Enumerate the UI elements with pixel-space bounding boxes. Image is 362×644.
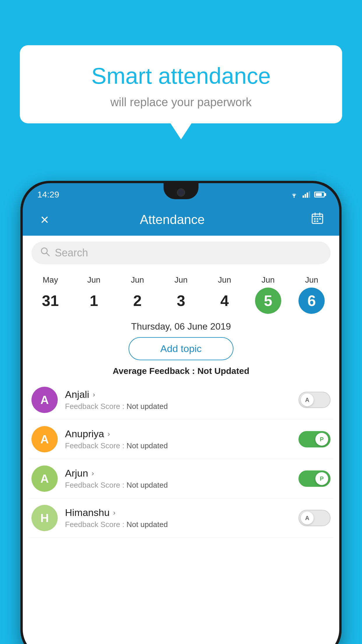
student-chevron: › <box>92 469 94 477</box>
day-number[interactable]: 1 <box>81 288 107 314</box>
svg-rect-13 <box>317 220 318 222</box>
app-header: × Attendance <box>23 204 339 236</box>
svg-rect-12 <box>314 220 316 222</box>
day-number[interactable]: 2 <box>124 288 151 314</box>
signal-icon <box>303 191 310 198</box>
toggle-knob: P <box>315 433 328 446</box>
student-item[interactable]: AArjun ›Feedback Score : Not updatedP <box>29 459 333 498</box>
search-input-placeholder[interactable]: Search <box>55 247 88 259</box>
student-name: Arjun › <box>65 468 291 479</box>
svg-rect-9 <box>314 218 316 220</box>
svg-rect-2 <box>305 194 306 198</box>
avg-feedback-label: Average Feedback : <box>113 366 195 376</box>
student-item[interactable]: HHimanshu ›Feedback Score : Not updatedA <box>29 498 333 538</box>
add-topic-button[interactable]: Add topic <box>129 337 233 360</box>
day-column[interactable]: Jun5 <box>255 275 281 314</box>
day-month-label: Jun <box>87 275 101 285</box>
avg-feedback-value: Not Updated <box>197 366 249 376</box>
student-info: Anjali ›Feedback Score : Not updated <box>65 389 291 411</box>
calendar-strip: May31Jun1Jun2Jun3Jun4Jun5Jun6 <box>23 270 339 314</box>
student-name: Anupriya › <box>65 428 291 440</box>
toggle-knob: A <box>301 512 314 524</box>
attendance-toggle-container[interactable]: A <box>298 510 331 526</box>
svg-line-15 <box>46 253 49 256</box>
student-name: Anjali › <box>65 389 291 400</box>
day-column[interactable]: Jun4 <box>211 275 238 314</box>
day-month-label: May <box>43 275 58 285</box>
phone-frame: 14:29 <box>20 181 342 644</box>
day-column[interactable]: Jun3 <box>168 275 194 314</box>
svg-point-0 <box>294 197 295 198</box>
student-feedback-score: Feedback Score : Not updated <box>65 520 291 529</box>
attendance-toggle[interactable]: A <box>298 392 331 408</box>
day-number[interactable]: 31 <box>37 288 64 314</box>
attendance-toggle-container[interactable]: A <box>298 392 331 408</box>
student-list: AAnjali ›Feedback Score : Not updatedAAA… <box>23 380 339 538</box>
student-chevron: › <box>93 391 95 399</box>
student-feedback-score: Feedback Score : Not updated <box>65 402 291 411</box>
day-month-label: Jun <box>218 275 231 285</box>
selected-date-display: Thursday, 06 June 2019 <box>23 314 339 337</box>
status-icons <box>290 191 325 198</box>
student-avatar: A <box>31 466 58 492</box>
calendar-icon[interactable] <box>309 212 326 228</box>
avg-feedback: Average Feedback : Not Updated <box>23 360 339 380</box>
student-avatar: A <box>31 426 58 452</box>
day-column[interactable]: Jun6 <box>298 275 325 314</box>
attendance-toggle[interactable]: A <box>298 510 331 526</box>
student-chevron: › <box>108 430 110 438</box>
day-column[interactable]: Jun2 <box>124 275 151 314</box>
toggle-knob: A <box>301 393 314 406</box>
day-number[interactable]: 4 <box>211 288 238 314</box>
app-tagline-title: Smart attendance <box>31 63 331 89</box>
wifi-icon <box>290 191 298 198</box>
attendance-toggle[interactable]: P <box>298 431 331 447</box>
svg-rect-10 <box>317 218 318 220</box>
student-info: Himanshu ›Feedback Score : Not updated <box>65 507 291 529</box>
attendance-toggle-container[interactable]: P <box>298 431 331 447</box>
day-number[interactable]: 5 <box>255 288 281 314</box>
student-item[interactable]: AAnjali ›Feedback Score : Not updatedA <box>29 380 333 420</box>
student-feedback-score: Feedback Score : Not updated <box>65 441 291 450</box>
speech-bubble-container: Smart attendance will replace your paper… <box>20 45 342 123</box>
phone-notch <box>164 183 198 199</box>
attendance-toggle-container[interactable]: P <box>298 470 331 487</box>
day-number[interactable]: 6 <box>298 288 325 314</box>
day-column[interactable]: May31 <box>37 275 64 314</box>
battery-icon <box>314 192 325 197</box>
student-chevron: › <box>113 509 115 517</box>
day-month-label: Jun <box>131 275 144 285</box>
status-time: 14:29 <box>37 190 59 200</box>
phone-content: Search May31Jun1Jun2Jun3Jun4Jun5Jun6 Thu… <box>23 236 339 644</box>
svg-rect-1 <box>303 195 304 198</box>
day-month-label: Jun <box>261 275 275 285</box>
student-avatar: H <box>31 505 58 531</box>
svg-rect-3 <box>307 192 308 198</box>
front-camera <box>177 188 185 197</box>
day-month-label: Jun <box>174 275 187 285</box>
svg-rect-11 <box>319 218 321 220</box>
student-avatar: A <box>31 387 58 413</box>
student-name: Himanshu › <box>65 507 291 518</box>
student-info: Anupriya ›Feedback Score : Not updated <box>65 428 291 450</box>
day-month-label: Jun <box>305 275 318 285</box>
search-icon <box>40 247 50 259</box>
search-bar[interactable]: Search <box>31 242 331 264</box>
attendance-toggle[interactable]: P <box>298 470 331 487</box>
day-column[interactable]: Jun1 <box>81 275 107 314</box>
header-title: Attendance <box>36 212 309 227</box>
app-tagline-subtitle: will replace your paperwork <box>31 96 331 109</box>
speech-bubble: Smart attendance will replace your paper… <box>20 45 342 123</box>
day-number[interactable]: 3 <box>168 288 194 314</box>
svg-rect-4 <box>309 191 310 198</box>
toggle-knob: P <box>315 472 328 485</box>
student-item[interactable]: AAnupriya ›Feedback Score : Not updatedP <box>29 420 333 459</box>
student-feedback-score: Feedback Score : Not updated <box>65 481 291 490</box>
student-info: Arjun ›Feedback Score : Not updated <box>65 468 291 490</box>
phone-inner: 14:29 <box>23 183 339 644</box>
